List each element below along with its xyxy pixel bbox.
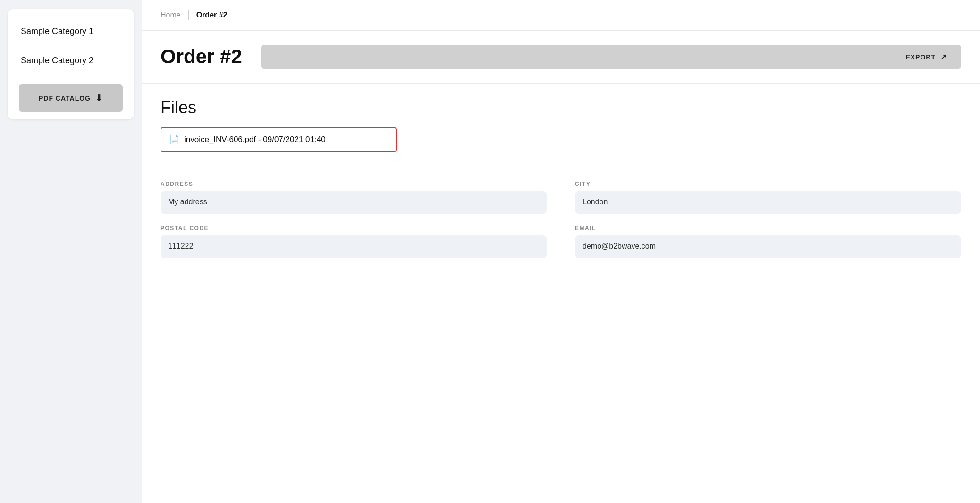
city-field-group: CITY London (575, 181, 961, 214)
file-icon: 📄 (169, 134, 179, 145)
export-icon: ↗︎ (940, 52, 947, 61)
postal-code-label: POSTAL CODE (161, 225, 547, 232)
download-icon: ⬇ (95, 93, 103, 103)
breadcrumb-separator (188, 10, 189, 20)
files-title: Files (161, 98, 961, 117)
export-button[interactable]: EXPORT ↗︎ (261, 45, 961, 69)
email-field-group: EMAIL demo@b2bwave.com (575, 225, 961, 258)
city-value: London (575, 191, 961, 214)
address-section: ADDRESS My address CITY London POSTAL CO… (142, 167, 980, 272)
email-value: demo@b2bwave.com (575, 235, 961, 258)
address-field-group: ADDRESS My address (161, 181, 547, 214)
layout: Sample Category 1 Sample Category 2 PDF … (0, 0, 980, 503)
breadcrumb-home[interactable]: Home (161, 11, 181, 19)
file-name: invoice_INV-606.pdf - 09/07/2021 01:40 (184, 135, 326, 144)
main-content: Home Order #2 Order #2 EXPORT ↗︎ Files 📄… (142, 0, 980, 503)
email-label: EMAIL (575, 225, 961, 232)
order-title: Order #2 (161, 45, 242, 68)
city-label: CITY (575, 181, 961, 187)
postal-field-group: POSTAL CODE 111222 (161, 225, 547, 258)
pdf-catalog-button[interactable]: PDF CATALOG ⬇ (19, 84, 123, 112)
file-item[interactable]: 📄 invoice_INV-606.pdf - 09/07/2021 01:40 (161, 127, 397, 152)
breadcrumb-current: Order #2 (196, 11, 228, 19)
sidebar-card: Sample Category 1 Sample Category 2 PDF … (8, 9, 134, 119)
address-value: My address (161, 191, 547, 214)
breadcrumb: Home Order #2 (142, 0, 980, 31)
address-label: ADDRESS (161, 181, 547, 187)
files-section: Files 📄 invoice_INV-606.pdf - 09/07/2021… (142, 84, 980, 167)
order-section: Order #2 EXPORT ↗︎ (142, 31, 980, 84)
postal-code-value: 111222 (161, 235, 547, 258)
export-label: EXPORT (905, 53, 936, 61)
sidebar-item-cat2[interactable]: Sample Category 2 (19, 46, 123, 75)
pdf-catalog-label: PDF CATALOG (39, 94, 91, 102)
sidebar: Sample Category 1 Sample Category 2 PDF … (0, 0, 142, 503)
address-grid: ADDRESS My address CITY London POSTAL CO… (161, 181, 961, 258)
sidebar-item-cat1[interactable]: Sample Category 1 (19, 17, 123, 46)
order-header: Order #2 EXPORT ↗︎ (161, 45, 961, 69)
